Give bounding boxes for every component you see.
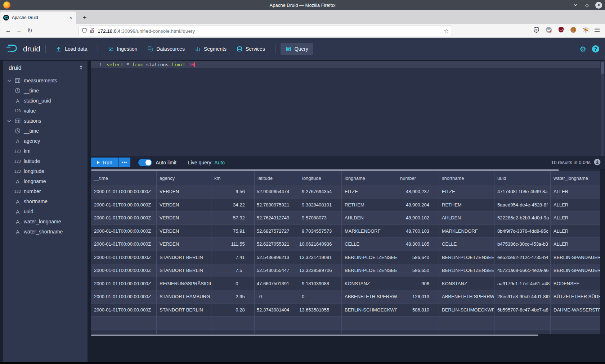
- cell-latitude[interactable]: 52.7624312749: [255, 211, 299, 224]
- chevron-down-icon[interactable]: [7, 120, 12, 122]
- column-header-longname[interactable]: longname: [342, 171, 397, 185]
- cell-longitude[interactable]: 9.7034557573: [299, 225, 342, 238]
- run-button[interactable]: Run: [91, 158, 118, 167]
- bookmark-star-icon[interactable]: ☆: [444, 28, 449, 34]
- nav-item-services[interactable]: Services: [232, 43, 270, 55]
- browser-tab-apache-druid[interactable]: Apache Druid ×: [0, 11, 76, 24]
- cell-agency[interactable]: REGIERUNGSPRÄSIDIUM: [157, 277, 211, 290]
- schema-column-__time[interactable]: __time: [3, 126, 88, 136]
- forward-button[interactable]: →: [14, 26, 24, 36]
- cell-__time[interactable]: 2000-01-01T00:00:00.000Z: [91, 199, 157, 211]
- cell-shortname[interactable]: EITZE: [439, 185, 494, 198]
- schema-column-longitude[interactable]: 123longitude: [3, 166, 88, 176]
- cell-shortname[interactable]: BERLIN-SCHMOECKWITZ: [439, 304, 494, 317]
- cell-latitude[interactable]: 52.5436996213: [255, 251, 299, 264]
- cell-__time[interactable]: 2000-01-01T00:00:00.000Z: [91, 277, 157, 290]
- cell-water_longname[interactable]: DAHME-WASSERSTRAS: [551, 304, 600, 317]
- cell-__time[interactable]: 2000-01-01T00:00:00.000Z: [91, 185, 157, 198]
- nav-item-segments[interactable]: Segments: [190, 43, 232, 55]
- cell-latitude[interactable]: 0: [255, 290, 299, 303]
- cell-__time[interactable]: 2000-01-01T00:00:00.000Z: [91, 251, 157, 264]
- cell-latitude[interactable]: 52.6227055321: [255, 238, 299, 251]
- cell-km[interactable]: 0: [211, 277, 255, 290]
- column-header-uuid[interactable]: uuid: [494, 171, 551, 185]
- cell-shortname[interactable]: ABBENFLETH SPERRWER: [439, 290, 494, 303]
- column-header-agency[interactable]: agency: [157, 171, 211, 185]
- query-editor[interactable]: 1 select * from stations limit 10: [91, 61, 605, 156]
- cell-uuid[interactable]: b475386c-30cc-453a-b3: [494, 238, 551, 251]
- nav-item-datasources[interactable]: Datasources: [142, 43, 190, 55]
- window-menu-chevron-icon[interactable]: [572, 2, 579, 8]
- cell-km[interactable]: 9.56: [211, 185, 255, 198]
- cell-number[interactable]: 48,700,103: [397, 225, 439, 238]
- cell-agency[interactable]: STANDORT BERLIN: [157, 251, 211, 264]
- column-header-water_longname[interactable]: water_longname: [551, 171, 600, 185]
- schema-column-number[interactable]: 123number: [3, 186, 88, 196]
- cell-uuid[interactable]: 45721a68-566c-4e2a-a6: [494, 264, 551, 277]
- cell-km[interactable]: 75.91: [211, 225, 255, 238]
- download-circle-icon[interactable]: [594, 159, 601, 167]
- url-text[interactable]: 172.18.0.4:30899/unified-console.html#qu…: [98, 28, 195, 34]
- schema-table-stations[interactable]: stations: [3, 116, 88, 126]
- settings-gear-icon[interactable]: ⚙: [579, 45, 586, 53]
- auto-limit-toggle[interactable]: [138, 159, 152, 166]
- cell-__time[interactable]: 2000-01-01T00:00:00.000Z: [91, 304, 157, 317]
- column-header-number[interactable]: number: [397, 171, 439, 185]
- sort-carets-icon[interactable]: [79, 65, 83, 71]
- cell-number[interactable]: 48,900,102: [397, 211, 439, 224]
- results-vertical-scrollbar[interactable]: [600, 171, 605, 334]
- cell-longname[interactable]: ABBENFLETH SPERRWER: [342, 290, 397, 303]
- back-button[interactable]: ←: [3, 26, 14, 36]
- cell-__time[interactable]: 2000-01-01T00:00:00.000Z: [91, 290, 157, 303]
- cell-__time[interactable]: 2000-01-01T00:00:00.000Z: [91, 211, 157, 224]
- cell-__time[interactable]: 2000-01-01T00:00:00.000Z: [91, 264, 157, 277]
- cell-water_longname[interactable]: BÜTZFLETHER SÜDERE: [551, 290, 600, 303]
- schema-column-uuid[interactable]: Auuid: [3, 206, 88, 217]
- cell-uuid[interactable]: 522286e2-b2b3-4d0d-9a: [494, 211, 551, 224]
- sql-query-text[interactable]: select * from stations limit 10: [107, 61, 195, 68]
- cell-number[interactable]: 906: [397, 277, 439, 290]
- column-header-longitude[interactable]: longitude: [299, 171, 342, 185]
- column-header-km[interactable]: km: [211, 171, 255, 185]
- privacy-shield-icon[interactable]: [533, 27, 539, 35]
- schema-column-latitude[interactable]: 123latitude: [3, 156, 88, 166]
- schema-column-value[interactable]: 123value: [3, 106, 88, 116]
- cell-shortname[interactable]: BERLIN-PLOETZENSEE C: [439, 251, 494, 264]
- column-header-latitude[interactable]: latitude: [255, 171, 299, 185]
- window-close-icon[interactable]: ×: [595, 2, 602, 9]
- cell-water_longname[interactable]: ALLER: [551, 225, 600, 238]
- cell-uuid[interactable]: aa9179c1-17ef-4c61-a48: [494, 277, 551, 290]
- cell-__time[interactable]: 2000-01-01T00:00:00.000Z: [91, 225, 157, 238]
- cell-km[interactable]: 111.55: [211, 238, 255, 251]
- cell-km[interactable]: 7.5: [211, 264, 255, 277]
- cell-longitude[interactable]: 9.2767694354: [299, 185, 342, 198]
- nav-item-ingestion[interactable]: Ingestion: [103, 43, 143, 55]
- cell-longname[interactable]: CELLE: [342, 238, 397, 251]
- help-icon[interactable]: ?: [592, 45, 599, 53]
- cell-uuid[interactable]: 28ec91e8-90c0-44d1-8f0: [494, 290, 551, 303]
- cell-uuid[interactable]: 6b595707-8c47-4bc7-a8: [494, 304, 551, 317]
- column-header-shortname[interactable]: shortname: [439, 171, 494, 185]
- cell-agency[interactable]: STANDORT BERLIN: [157, 304, 211, 317]
- cell-longitude[interactable]: 9.181039088: [299, 277, 342, 290]
- cell-shortname[interactable]: KONSTANZ: [439, 277, 494, 290]
- cell-longname[interactable]: EITZE: [342, 185, 397, 198]
- cell-shortname[interactable]: MARKLENDORF: [439, 225, 494, 238]
- cell-water_longname[interactable]: ALLER: [551, 185, 600, 198]
- cell-water_longname[interactable]: ALLER: [551, 199, 600, 211]
- cell-number[interactable]: 48,900,204: [397, 199, 439, 211]
- schema-column-water_shortname[interactable]: Awater_shortname: [3, 227, 88, 237]
- schema-column-agency[interactable]: Aagency: [3, 136, 88, 146]
- cell-longitude[interactable]: 10.0621640936: [299, 238, 342, 251]
- column-header-__time[interactable]: __time: [91, 171, 157, 185]
- cell-number[interactable]: 126,013: [397, 290, 439, 303]
- schema-column-station_uuid[interactable]: Astation_uuid: [3, 96, 88, 106]
- chevron-down-icon[interactable]: [7, 79, 12, 82]
- editor-scrollbar[interactable]: [601, 61, 604, 156]
- cell-longname[interactable]: RETHEM: [342, 199, 397, 211]
- cell-km[interactable]: 0.28: [211, 304, 255, 317]
- tracking-shield-icon[interactable]: [82, 28, 87, 35]
- cell-longname[interactable]: BERLIN-SCHMOECKWITZ: [342, 304, 397, 317]
- hamburger-menu-icon[interactable]: [594, 27, 600, 34]
- cookie-icon[interactable]: [570, 27, 577, 35]
